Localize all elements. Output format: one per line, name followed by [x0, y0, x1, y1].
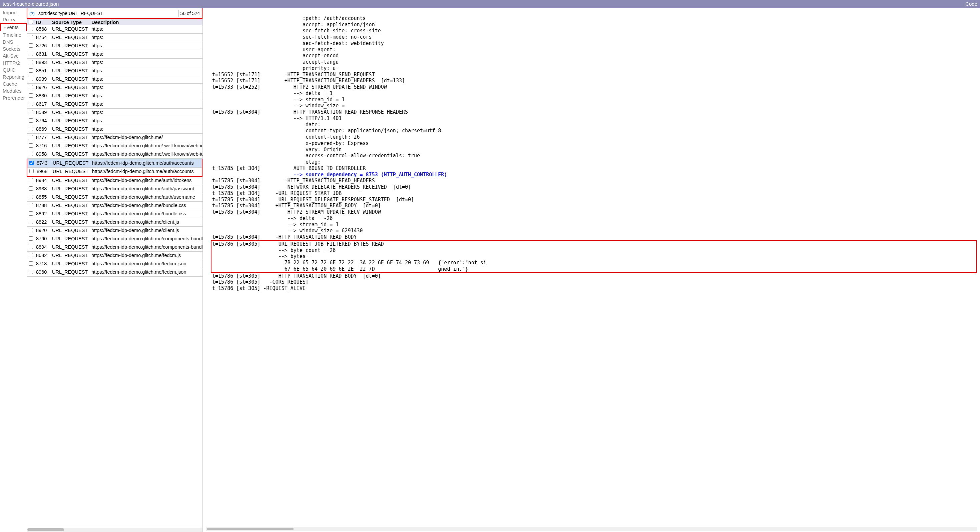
table-row[interactable]: 8617URL_REQUESThttps:	[27, 100, 202, 109]
row-checkbox-cell[interactable]	[27, 100, 35, 108]
row-checkbox-cell[interactable]	[27, 177, 35, 185]
table-row[interactable]: 8938URL_REQUESThttps://fedcm-idp-demo.gl…	[27, 185, 202, 193]
table-row[interactable]: 8790URL_REQUESThttps://fedcm-idp-demo.gl…	[27, 235, 202, 243]
row-checkbox[interactable]	[29, 135, 33, 139]
sidebar-item-http2[interactable]: HTTP/2	[0, 59, 27, 66]
horizontal-scrollbar[interactable]	[27, 528, 202, 532]
header-check[interactable]	[27, 19, 35, 25]
table-row[interactable]: 8822URL_REQUESThttps://fedcm-idp-demo.gl…	[27, 218, 202, 227]
table-row[interactable]: 8894URL_REQUESThttps://fedcm-idp-demo.gl…	[27, 243, 202, 252]
sidebar-item-timeline[interactable]: Timeline	[0, 31, 27, 38]
sidebar-item-dns[interactable]: DNS	[0, 38, 27, 45]
row-checkbox-cell[interactable]	[27, 75, 35, 83]
table-row[interactable]: 8743URL_REQUESThttps://fedcm-idp-demo.gl…	[27, 159, 202, 168]
table-row[interactable]: 8960URL_REQUESThttps://fedcm-idp-demo.gl…	[27, 268, 202, 277]
row-checkbox-cell[interactable]	[27, 142, 35, 150]
header-type[interactable]: Source Type	[51, 19, 90, 25]
row-checkbox[interactable]	[29, 77, 33, 81]
table-row[interactable]: 8892URL_REQUESThttps://fedcm-idp-demo.gl…	[27, 210, 202, 218]
row-checkbox-cell[interactable]	[27, 185, 35, 193]
row-checkbox[interactable]	[29, 118, 33, 123]
search-input[interactable]	[37, 10, 178, 17]
row-checkbox-cell[interactable]	[27, 117, 35, 125]
row-checkbox[interactable]	[29, 261, 33, 266]
sidebar-item-modules[interactable]: Modules	[0, 87, 27, 94]
row-checkbox-cell[interactable]	[27, 202, 35, 210]
scrollbar-thumb[interactable]	[27, 528, 64, 531]
sidebar-item-quic[interactable]: QUIC	[0, 66, 27, 73]
table-row[interactable]: 8855URL_REQUESThttps://fedcm-idp-demo.gl…	[27, 193, 202, 202]
row-checkbox[interactable]	[29, 43, 33, 48]
row-checkbox[interactable]	[29, 52, 33, 56]
sidebar-item-reporting[interactable]: Reporting	[0, 73, 27, 80]
row-checkbox-cell[interactable]	[27, 59, 35, 67]
row-checkbox[interactable]	[29, 203, 33, 207]
row-checkbox[interactable]	[29, 143, 33, 148]
table-row[interactable]: 8631URL_REQUESThttps:	[27, 50, 202, 59]
table-row[interactable]: 8939URL_REQUESThttps:	[27, 75, 202, 84]
header-desc[interactable]: Description	[90, 19, 202, 25]
row-checkbox-cell[interactable]	[27, 92, 35, 100]
select-all-checkbox[interactable]	[29, 20, 33, 24]
row-checkbox-cell[interactable]	[27, 25, 35, 33]
table-row[interactable]: 8926URL_REQUESThttps:	[27, 84, 202, 92]
table-row[interactable]: 8777URL_REQUESThttps://fedcm-idp-demo.gl…	[27, 134, 202, 142]
sidebar-item-cache[interactable]: Cache	[0, 80, 27, 87]
row-checkbox[interactable]	[29, 93, 33, 98]
table-row[interactable]: 8682URL_REQUESThttps://fedcm-idp-demo.gl…	[27, 252, 202, 260]
search-help-link[interactable]: (?)	[29, 11, 35, 16]
table-row[interactable]: 8754URL_REQUESThttps:	[27, 34, 202, 42]
row-checkbox[interactable]	[29, 27, 33, 31]
table-row[interactable]: 8869URL_REQUESThttps:	[27, 125, 202, 134]
row-checkbox[interactable]	[29, 127, 33, 131]
row-checkbox-cell[interactable]	[27, 84, 35, 92]
table-row[interactable]: 8788URL_REQUESThttps://fedcm-idp-demo.gl…	[27, 202, 202, 210]
row-checkbox[interactable]	[29, 35, 33, 39]
row-checkbox[interactable]	[29, 169, 34, 173]
row-checkbox[interactable]	[29, 245, 33, 249]
header-id[interactable]: ID	[35, 19, 51, 25]
row-checkbox-cell[interactable]	[27, 150, 35, 158]
code-link[interactable]: Code	[965, 1, 977, 7]
row-checkbox-cell[interactable]	[27, 193, 35, 201]
table-row[interactable]: 8764URL_REQUESThttps:	[27, 117, 202, 125]
sidebar-item-proxy[interactable]: Proxy	[0, 16, 27, 23]
row-checkbox-cell[interactable]	[27, 260, 35, 268]
row-checkbox[interactable]	[29, 110, 33, 114]
row-checkbox-cell[interactable]	[27, 235, 35, 243]
row-checkbox-cell[interactable]	[27, 109, 35, 117]
table-row[interactable]: 8851URL_REQUESThttps:	[27, 67, 202, 75]
row-checkbox-cell[interactable]	[27, 50, 35, 58]
row-checkbox[interactable]	[29, 85, 33, 89]
table-row[interactable]: 8830URL_REQUESThttps:	[27, 92, 202, 100]
table-row[interactable]: 8726URL_REQUESThttps:	[27, 42, 202, 50]
sidebar-item-prerender[interactable]: Prerender	[0, 94, 27, 101]
row-checkbox-cell[interactable]	[27, 268, 35, 276]
row-checkbox[interactable]	[29, 161, 34, 165]
row-checkbox-cell[interactable]	[27, 243, 35, 251]
row-checkbox-cell[interactable]	[27, 227, 35, 235]
row-checkbox[interactable]	[29, 270, 33, 274]
row-checkbox[interactable]	[29, 220, 33, 224]
row-checkbox[interactable]	[29, 228, 33, 232]
sidebar-item-sockets[interactable]: Sockets	[0, 45, 27, 52]
row-checkbox[interactable]	[29, 60, 33, 64]
table-row[interactable]: 8968URL_REQUESThttps://fedcm-idp-demo.gl…	[27, 168, 202, 176]
row-checkbox-cell[interactable]	[27, 168, 35, 176]
sidebar-item-import[interactable]: Import	[0, 9, 27, 16]
row-checkbox[interactable]	[29, 186, 33, 191]
row-checkbox-cell[interactable]	[27, 34, 35, 42]
detail-panel[interactable]: :path: /auth/accounts accept: applicatio…	[203, 8, 980, 532]
row-checkbox[interactable]	[29, 68, 33, 73]
row-checkbox[interactable]	[29, 195, 33, 199]
sidebar-item-altsvc[interactable]: Alt-Svc	[0, 52, 27, 59]
row-checkbox-cell[interactable]	[27, 125, 35, 133]
source-dependency-line[interactable]: --> source_dependency = 8753 (HTTP_AUTH_…	[212, 172, 447, 178]
row-checkbox-cell[interactable]	[27, 42, 35, 50]
row-checkbox-cell[interactable]	[27, 218, 35, 226]
row-checkbox-cell[interactable]	[27, 159, 35, 167]
row-checkbox[interactable]	[29, 152, 33, 156]
table-row[interactable]: 8920URL_REQUESThttps://fedcm-idp-demo.gl…	[27, 227, 202, 235]
row-checkbox-cell[interactable]	[27, 67, 35, 75]
table-row[interactable]: 8893URL_REQUESThttps:	[27, 59, 202, 67]
